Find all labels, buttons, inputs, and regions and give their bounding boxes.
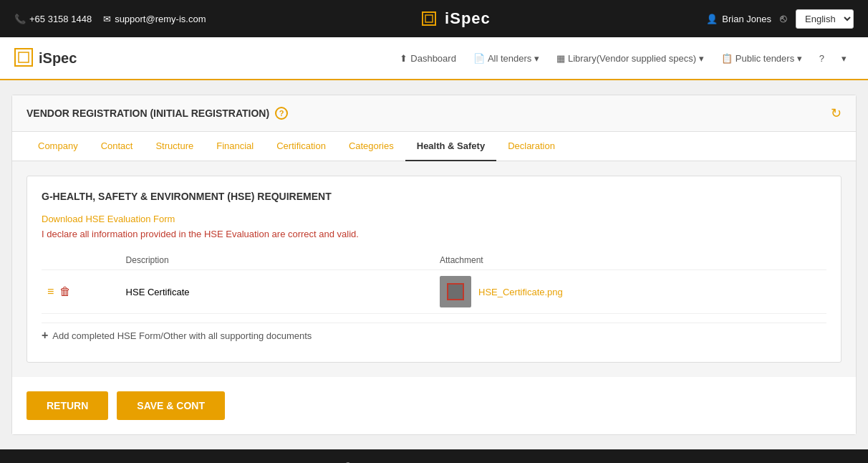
row-attachment: HSE_Certificate.png [434, 270, 826, 314]
tenders-label: All tenders ▾ [488, 53, 539, 64]
tabs-container: Company Contact Structure Financial Cert… [12, 132, 856, 161]
tab-declaration-label: Declaration [508, 140, 555, 151]
tab-categories[interactable]: Categories [337, 132, 405, 161]
nav-logo[interactable]: iSpec [14, 48, 77, 68]
main-content: VENDOR REGISTRATION (INITIAL REGISTRATIO… [11, 95, 857, 435]
tab-declaration[interactable]: Declaration [496, 132, 566, 161]
nav-links: ⬆ Dashboard 📄 All tenders ▾ ▦ Library(Ve… [98, 49, 854, 68]
tab-financial[interactable]: Financial [205, 132, 265, 161]
page-title: VENDOR REGISTRATION (INITIAL REGISTRATIO… [26, 108, 269, 119]
tab-certification[interactable]: Certification [265, 132, 337, 161]
nav-more[interactable]: ▾ [834, 49, 854, 68]
email-info: ✉ support@remy-is.com [103, 14, 206, 24]
add-row-button[interactable]: + Add completed HSE Form/Other with all … [42, 323, 826, 348]
svg-rect-0 [423, 12, 435, 25]
svg-rect-3 [19, 52, 29, 62]
top-logo-text: iSpec [445, 9, 491, 27]
public-tenders-icon: 📋 [721, 53, 733, 64]
description-text: HSE Certificate [126, 287, 190, 297]
tab-contact-label: Contact [101, 140, 133, 151]
nav-library[interactable]: ▦ Library(Vendor supplied specs) ▾ [549, 49, 711, 68]
nav-logo-text: iSpec [39, 50, 77, 67]
tab-structure-label: Structure [155, 140, 193, 151]
tab-structure[interactable]: Structure [144, 132, 205, 161]
col-actions-header [42, 251, 120, 270]
nav-help[interactable]: ? [812, 49, 831, 68]
attachment-thumbnail-inner [447, 283, 464, 300]
dashboard-icon: ⬆ [400, 53, 408, 64]
save-continue-button[interactable]: SAVE & CONT [117, 391, 225, 420]
page-header: VENDOR REGISTRATION (INITIAL REGISTRATIO… [12, 95, 856, 132]
nav-bar: iSpec ⬆ Dashboard 📄 All tenders ▾ ▦ Libr… [0, 37, 868, 80]
tab-company[interactable]: Company [26, 132, 90, 161]
hse-table: Description Attachment ≡ 🗑 HSE C [42, 251, 826, 314]
phone-number: +65 3158 1448 [29, 14, 92, 24]
action-icons: ≡ 🗑 [47, 285, 115, 298]
email-icon: ✉ [103, 14, 111, 24]
user-name-label: Brian Jones [722, 14, 771, 24]
hse-declaration-text: I declare all information provided in th… [42, 229, 826, 239]
user-info: 👤 Brian Jones [706, 14, 771, 24]
svg-rect-1 [425, 15, 433, 22]
tab-certification-label: Certification [276, 140, 326, 151]
top-bar: 📞 +65 3158 1448 ✉ support@remy-is.com iS… [0, 0, 868, 37]
reorder-icon[interactable]: ≡ [47, 285, 54, 298]
help-icon-button[interactable]: ? [275, 107, 288, 120]
row-description: HSE Certificate [120, 270, 434, 314]
hse-section-title: G-HEALTH, SAFETY & ENVIRONMENT (HSE) REQ… [42, 191, 826, 202]
nav-public-tenders[interactable]: 📋 Public tenders ▾ [714, 49, 809, 68]
row-actions: ≡ 🗑 [42, 270, 120, 314]
tenders-icon: 📄 [473, 53, 485, 64]
phone-info: 📞 +65 3158 1448 [14, 14, 92, 24]
hse-download-link[interactable]: Download HSE Evaluation Form [42, 214, 826, 224]
tab-financial-label: Financial [216, 140, 254, 151]
svg-rect-2 [15, 49, 32, 66]
nav-all-tenders[interactable]: 📄 All tenders ▾ [466, 49, 546, 68]
section-content: G-HEALTH, SAFETY & ENVIRONMENT (HSE) REQ… [12, 161, 856, 377]
tab-health-safety[interactable]: Health & Safety [405, 132, 496, 161]
help-label: ? [819, 53, 824, 64]
col-attachment-header: Attachment [434, 251, 826, 270]
public-tenders-label: Public tenders ▾ [736, 53, 802, 64]
dashboard-label: Dashboard [410, 53, 456, 64]
tab-company-label: Company [38, 140, 78, 151]
logout-button[interactable]: ⎋ [780, 12, 787, 25]
more-label: ▾ [842, 53, 847, 64]
attachment-thumbnail [440, 276, 471, 307]
col-description-header: Description [120, 251, 434, 270]
action-buttons: RETURN SAVE & CONT [12, 377, 856, 434]
hse-box: G-HEALTH, SAFETY & ENVIRONMENT (HSE) REQ… [26, 176, 842, 363]
refresh-icon[interactable]: ↻ [831, 105, 842, 121]
page-title-row: VENDOR REGISTRATION (INITIAL REGISTRATIO… [26, 107, 288, 120]
delete-icon[interactable]: 🗑 [59, 285, 71, 298]
tab-contact[interactable]: Contact [90, 132, 145, 161]
nav-dashboard[interactable]: ⬆ Dashboard [392, 49, 463, 68]
language-select[interactable]: English [796, 9, 854, 29]
add-row-label: Add completed HSE Form/Other with all su… [52, 330, 312, 341]
tab-health-safety-label: Health & Safety [417, 140, 485, 151]
add-row-icon: + [42, 329, 48, 342]
footer: © 2018 Copyright Remy InfoSource Pte Ltd [0, 449, 868, 463]
library-icon: ▦ [556, 53, 565, 64]
user-icon: 👤 [706, 14, 718, 24]
email-address: support@remy-is.com [115, 14, 206, 24]
top-logo: iSpec [206, 9, 706, 28]
attachment-filename[interactable]: HSE_Certificate.png [478, 287, 563, 297]
library-label: Library(Vendor supplied specs) ▾ [568, 53, 704, 64]
phone-icon: 📞 [14, 14, 26, 24]
attachment-cell: HSE_Certificate.png [440, 276, 821, 307]
return-button[interactable]: RETURN [26, 391, 108, 420]
contact-info: 📞 +65 3158 1448 ✉ support@remy-is.com [14, 14, 206, 24]
top-right: 👤 Brian Jones ⎋ English [706, 9, 854, 29]
tab-categories-label: Categories [349, 140, 394, 151]
table-row: ≡ 🗑 HSE Certificate [42, 270, 826, 314]
